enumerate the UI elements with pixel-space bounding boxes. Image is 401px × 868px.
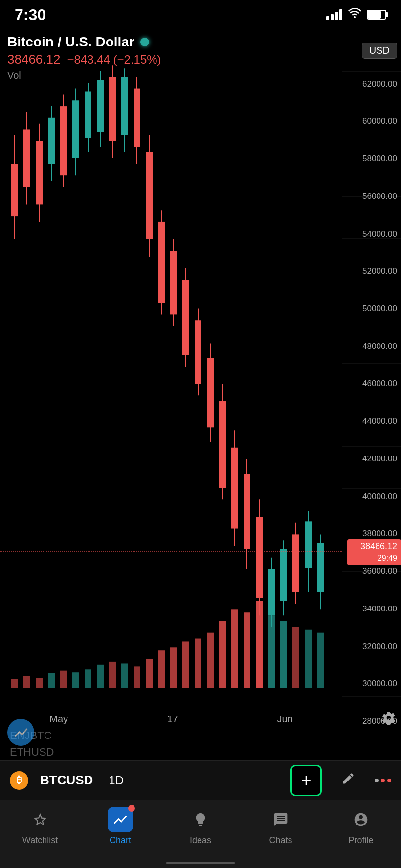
svg-rect-14 [85, 91, 91, 138]
more-options-button[interactable] [375, 779, 391, 782]
svg-rect-61 [109, 662, 116, 688]
btc-icon: ₿ [10, 771, 28, 790]
watchlist-item-eth: ETHUSD [10, 744, 391, 760]
svg-rect-4 [23, 129, 30, 187]
svg-rect-18 [109, 77, 116, 141]
svg-rect-36 [219, 401, 226, 488]
svg-rect-68 [195, 639, 201, 688]
svg-rect-30 [182, 280, 189, 355]
svg-rect-77 [305, 630, 312, 688]
svg-rect-60 [97, 665, 104, 688]
bottom-toolbar: ₿ BTCUSD 1D + [0, 760, 401, 800]
chats-tab-label: Chats [269, 835, 292, 846]
pair-name: Bitcoin / U.S. Dollar [7, 34, 134, 50]
svg-rect-65 [158, 650, 165, 688]
svg-rect-8 [48, 118, 55, 164]
watchlist-tab-label: Watchlist [22, 835, 58, 846]
price-horizontal-line [0, 551, 342, 552]
date-jun: Jun [277, 714, 292, 725]
svg-rect-53 [11, 679, 18, 688]
profile-tab-icon [348, 807, 374, 832]
tab-chart[interactable]: Chart [80, 807, 160, 846]
status-time: 7:30 [15, 6, 46, 24]
svg-rect-70 [219, 621, 226, 688]
tab-watchlist[interactable]: Watchlist [0, 807, 80, 846]
svg-rect-24 [146, 152, 153, 239]
svg-rect-75 [280, 621, 287, 688]
chart-settings-button[interactable] [381, 711, 396, 729]
svg-rect-56 [48, 673, 55, 688]
current-price-label: 38466.12 29:49 [347, 539, 401, 566]
tradingview-logo [7, 719, 34, 746]
svg-rect-72 [244, 612, 250, 688]
svg-rect-54 [23, 676, 30, 688]
svg-rect-10 [60, 106, 67, 175]
svg-rect-69 [207, 633, 214, 688]
timeframe-text: 1D [109, 774, 124, 787]
home-indicator [166, 862, 235, 864]
tab-ideas[interactable]: Ideas [160, 807, 241, 846]
svg-rect-58 [72, 672, 79, 688]
svg-rect-50 [305, 521, 312, 568]
svg-rect-48 [292, 534, 299, 592]
tab-profile[interactable]: Profile [321, 807, 401, 846]
chart-tab-icon [108, 807, 133, 832]
svg-rect-40 [244, 474, 250, 549]
tab-bar: Watchlist Chart Ideas Chats [0, 800, 401, 868]
svg-rect-28 [170, 251, 177, 314]
svg-rect-66 [170, 647, 177, 688]
date-may: May [49, 714, 68, 725]
svg-rect-38 [231, 448, 238, 529]
chart-area[interactable]: 64000.00 62000.00 60000.00 58000.00 5600… [0, 37, 401, 731]
svg-rect-62 [121, 663, 128, 688]
symbol-text: BTCUSD [40, 773, 93, 788]
svg-rect-34 [207, 358, 214, 427]
svg-rect-42 [256, 517, 263, 598]
svg-rect-32 [195, 320, 201, 384]
svg-rect-22 [134, 89, 140, 147]
svg-rect-2 [11, 164, 18, 217]
status-icons [326, 8, 386, 22]
chart-tab-badge [128, 805, 135, 812]
svg-rect-64 [146, 659, 153, 688]
svg-rect-6 [36, 141, 43, 204]
svg-rect-12 [72, 100, 79, 158]
svg-rect-67 [182, 641, 189, 688]
watchlist-item-enj: ENJBTC [10, 727, 391, 744]
candlestick-chart [0, 37, 342, 731]
watchlist-peek: ENJBTC ETHUSD [0, 727, 401, 760]
ideas-tab-icon [188, 807, 213, 832]
svg-rect-46 [280, 549, 287, 601]
svg-rect-26 [158, 222, 165, 303]
chart-tab-label: Chart [110, 835, 131, 846]
status-bar: 7:30 [0, 0, 401, 29]
chart-header: Bitcoin / U.S. Dollar 38466.12 −843.44 (… [0, 29, 401, 86]
wifi-icon [348, 8, 361, 22]
svg-rect-71 [231, 609, 238, 688]
svg-rect-78 [317, 633, 324, 688]
svg-rect-74 [268, 615, 275, 688]
tab-chats[interactable]: Chats [241, 807, 321, 846]
svg-rect-59 [85, 669, 91, 688]
signal-icon [326, 9, 342, 20]
drawing-button[interactable] [341, 772, 355, 789]
svg-rect-73 [256, 601, 263, 688]
svg-rect-76 [292, 627, 299, 688]
watchlist-tab-icon [27, 807, 53, 832]
svg-rect-44 [268, 569, 275, 615]
svg-rect-55 [36, 678, 43, 688]
vol-label: Vol [7, 70, 394, 81]
live-indicator [140, 38, 149, 46]
svg-rect-63 [134, 666, 140, 688]
profile-tab-label: Profile [348, 835, 373, 846]
current-price-header: 38466.12 [7, 52, 60, 67]
chats-tab-icon [268, 807, 293, 832]
price-change: −843.44 (−2.15%) [67, 53, 161, 66]
add-indicator-button[interactable]: + [290, 765, 322, 796]
battery-icon [367, 10, 386, 20]
ideas-tab-label: Ideas [190, 835, 211, 846]
svg-rect-16 [97, 80, 104, 132]
date-17: 17 [167, 714, 178, 725]
svg-rect-57 [60, 671, 67, 688]
price-axis: 64000.00 62000.00 60000.00 58000.00 5600… [342, 37, 401, 731]
